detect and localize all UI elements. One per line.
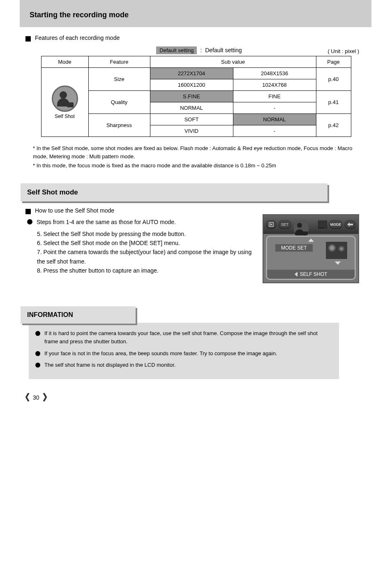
page-number: 30 xyxy=(33,394,39,401)
back-icon xyxy=(344,220,356,229)
play-icon xyxy=(266,220,277,229)
lcd-screenshot: SET MODE MODE SET SELF SHOT xyxy=(263,214,359,283)
page-size: p.40 xyxy=(316,68,351,91)
arrow-down-icon xyxy=(335,261,341,265)
size-a: 2272X1704 xyxy=(150,68,233,79)
section-info-title: INFORMATION xyxy=(21,306,136,324)
angle-left-icon: 《 xyxy=(21,391,30,404)
lcd-mode-set-label: MODE SET xyxy=(275,244,313,252)
page-footer: 《 30 》 xyxy=(21,391,371,404)
circle-bullet-icon xyxy=(35,351,40,356)
th-page: Page xyxy=(316,56,351,68)
lcd-footer-text: SELF SHOT xyxy=(300,271,327,277)
default-setting-chip: Default setting xyxy=(156,46,197,54)
quality-d: - xyxy=(233,102,316,114)
quality-b: FINE xyxy=(233,91,316,102)
size-c: 1600X1200 xyxy=(150,79,233,91)
page-header: Starting the recording mode xyxy=(20,0,371,27)
feature-sharp: Sharpness xyxy=(88,114,150,137)
selfshot-icon xyxy=(52,86,78,112)
mode-cell: Self Shot xyxy=(41,68,88,137)
feature-table: Mode Feature Sub value Page Self Shot Si… xyxy=(41,56,351,137)
angle-right-icon: 》 xyxy=(43,391,52,404)
sharp-b: NORMAL xyxy=(233,114,316,125)
th-feature: Feature xyxy=(88,56,150,68)
circle-bullet-icon xyxy=(35,363,40,368)
square-bullet-icon xyxy=(25,36,31,42)
sharp-a: SOFT xyxy=(150,114,233,125)
info-3: The self shot frame is not displayed in … xyxy=(44,361,332,369)
th-subvalue: Sub value xyxy=(150,56,316,68)
arrow-left-icon xyxy=(295,272,297,277)
manual-capture-icon xyxy=(318,220,327,229)
page-title: Starting the recording mode xyxy=(20,0,371,19)
howto-text: How to use the Self Shot mode xyxy=(35,207,114,214)
info-1: If it is hard to point the camera toward… xyxy=(44,329,332,346)
circle-bullet-icon xyxy=(27,219,32,224)
info-2: If your face is not in the focus area, t… xyxy=(44,349,332,358)
asterisk-note: * In this mode, the focus mode is fixed … xyxy=(33,162,359,169)
lcd-preview-thumb xyxy=(326,242,347,259)
page-quality: p.41 xyxy=(316,91,351,114)
quality-a: S.FINE xyxy=(150,91,233,102)
intro-text: Features of each recording mode xyxy=(35,35,120,41)
feature-size: Size xyxy=(88,68,150,91)
mode-label: Self Shot xyxy=(44,113,86,119)
page-sharp: p.42 xyxy=(316,114,351,137)
quality-c: NORMAL xyxy=(150,102,233,114)
information-block: If it is hard to point the camera toward… xyxy=(29,323,339,379)
arrow-up-icon xyxy=(308,238,314,242)
selfshot-selected-icon xyxy=(293,220,309,237)
set-icon: SET xyxy=(278,220,291,229)
th-mode: Mode xyxy=(41,56,88,68)
svg-marker-2 xyxy=(347,222,353,227)
table-footnote: * In the Self Shot mode, some shot modes… xyxy=(33,144,359,161)
square-bullet-icon xyxy=(25,209,31,214)
svg-marker-1 xyxy=(270,223,272,226)
circle-bullet-icon xyxy=(35,331,40,336)
same-steps-note: Steps from 1-4 are the same as those for… xyxy=(37,217,258,227)
sharp-c: VIVID xyxy=(150,125,233,137)
default-setting-label: Default setting xyxy=(205,47,242,53)
size-d: 1024X768 xyxy=(233,79,316,91)
section-selfshot-title: Self Shot mode xyxy=(21,183,327,201)
size-b: 2048X1536 xyxy=(233,68,316,79)
feature-quality: Quality xyxy=(88,91,150,114)
units-label: ( Unit : pixel ) xyxy=(302,48,359,54)
sharp-d: - xyxy=(233,125,316,137)
mode-icon: MODE xyxy=(329,220,343,229)
